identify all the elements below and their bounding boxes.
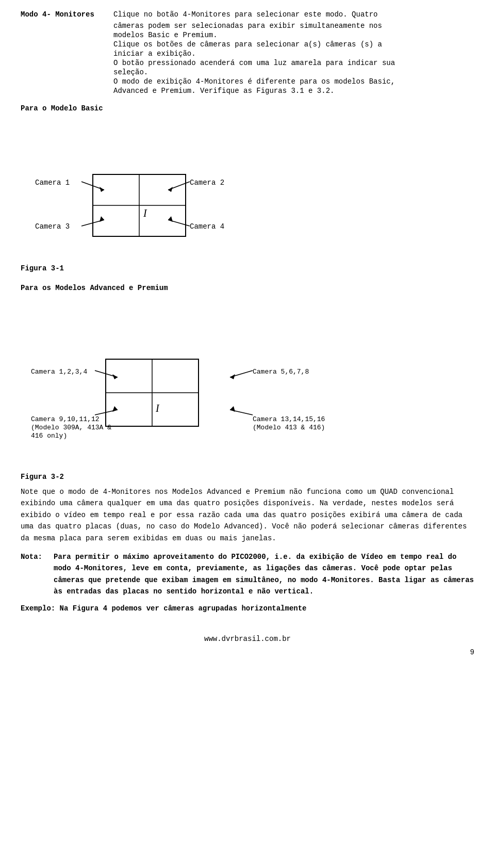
intro-line-7: seleção. bbox=[113, 68, 148, 76]
intro-line-1: Clique no botão 4-Monitores para selecio… bbox=[113, 10, 377, 19]
intro-line-2: câmeras podem ser selecionadas para exib… bbox=[113, 22, 382, 30]
adv-cam3-label: Camera 9,10,11,12 bbox=[31, 415, 100, 423]
intro-section: Modo 4- Monitores Clique no botão 4-Moni… bbox=[21, 10, 474, 95]
intro-line-3: modelos Basic e Premium. bbox=[113, 31, 218, 39]
mode-label: Modo 4- Monitores bbox=[21, 10, 113, 19]
figura-3-1-label: Figura 3-1 bbox=[21, 264, 474, 272]
figure-note: Note que o modo de 4-Monitores nos Model… bbox=[21, 486, 474, 544]
advanced-diagram-svg: Camera 1,2,3,4 Camera 5,6,7,8 Camera 9,1… bbox=[26, 297, 387, 473]
example-text: Exemplo: Na Figura 4 podemos ver câmeras… bbox=[21, 603, 474, 614]
advanced-diagram: Camera 1,2,3,4 Camera 5,6,7,8 Camera 9,1… bbox=[26, 297, 387, 473]
adv-cursor-i: I bbox=[155, 403, 160, 414]
basic-section: Para o Modelo Basic Camera 1 Camera 2 Ca… bbox=[21, 104, 474, 272]
intro-line-5: iniciar a exibição. bbox=[113, 50, 196, 58]
advanced-section: Para os Modelos Advanced e Premium Camer… bbox=[21, 284, 474, 481]
nota-body-text: Para permitir o máximo aproveitamento do… bbox=[54, 553, 474, 596]
footer: www.dvrbrasil.com.br bbox=[21, 635, 474, 643]
adv-cam3-sub1: (Modelo 309A, 413A & bbox=[31, 424, 111, 431]
adv-cam3-arrow-head bbox=[112, 406, 118, 412]
cam3-label: Camera 3 bbox=[35, 222, 70, 231]
nota-label: Nota: bbox=[21, 551, 47, 598]
nota-section: Nota: Para permitir o máximo aproveitame… bbox=[21, 551, 474, 598]
cam2-label: Camera 2 bbox=[190, 179, 224, 187]
basic-diagram: Camera 1 Camera 2 Camera 3 Camera 4 bbox=[26, 118, 304, 262]
page-content: Modo 4- Monitores Clique no botão 4-Moni… bbox=[21, 10, 474, 614]
nota-body: Para permitir o máximo aproveitamento do… bbox=[54, 551, 474, 598]
cam4-arrow-head bbox=[168, 216, 173, 222]
adv-cam4-label: Camera 13,14,15,16 bbox=[253, 415, 325, 423]
adv-cam4-sub: (Modelo 413 & 416) bbox=[253, 424, 325, 431]
intro-line-4: Clique os botões de câmeras para selecio… bbox=[113, 40, 382, 49]
cursor-i: I bbox=[143, 207, 147, 219]
basic-diagram-svg: Camera 1 Camera 2 Camera 3 Camera 4 bbox=[26, 118, 304, 262]
figura-3-2-label: Figura 3-2 bbox=[21, 473, 474, 481]
basic-section-label: Para o Modelo Basic bbox=[21, 104, 474, 112]
adv-cam4-arrow-head bbox=[230, 406, 235, 412]
adv-cam1-label: Camera 1,2,3,4 bbox=[31, 368, 87, 376]
intro-line-6: O botão pressionado acenderá com uma luz… bbox=[113, 59, 395, 67]
advanced-section-label: Para os Modelos Advanced e Premium bbox=[21, 284, 474, 292]
cam3-arrow-head bbox=[100, 216, 104, 222]
adv-cam2-label: Camera 5,6,7,8 bbox=[253, 368, 309, 376]
intro-line-8: O modo de exibição 4-Monitores é diferen… bbox=[113, 77, 395, 86]
page-number: 9 bbox=[21, 648, 474, 656]
intro-line-9: Advanced e Premium. Verifique as Figuras… bbox=[113, 87, 334, 95]
figure-note-text: Note que o modo de 4-Monitores nos Model… bbox=[21, 488, 467, 542]
footer-url: www.dvrbrasil.com.br bbox=[204, 635, 291, 643]
cam1-label: Camera 1 bbox=[35, 179, 70, 187]
adv-cam3-sub2: 416 only) bbox=[31, 432, 67, 440]
cam4-label: Camera 4 bbox=[190, 222, 224, 231]
